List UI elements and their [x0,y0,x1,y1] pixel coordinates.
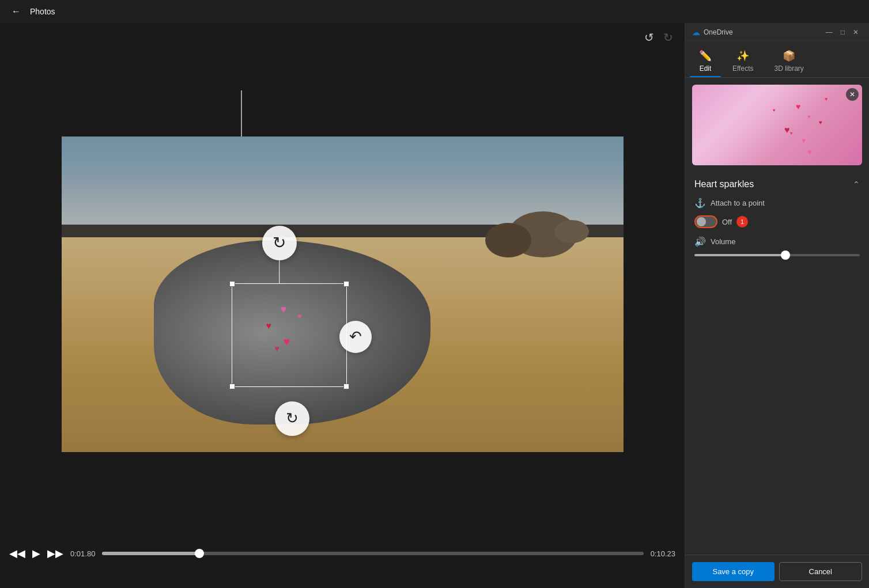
timeline-area: ◀◀ ▶ ▶▶ 0:01.80 0:10.23 [0,536,685,588]
timeline-marker [241,90,242,136]
skip-back-button[interactable]: ◀◀ [9,547,25,560]
collapse-button[interactable]: ⌃ [853,180,860,189]
badge-number: 1 [736,216,748,227]
cancel-button[interactable]: Cancel [779,562,863,581]
preview-heart-5: ♥ [802,136,806,145]
volume-row: 🔊 Volume [694,232,860,252]
video-canvas: ♥ ♥ ♥ ♥ ♥ ↻ ↶ [0,52,685,536]
app-titlebar: ← Photos [0,0,869,23]
toggle-knob [697,217,706,226]
volume-slider-container [694,252,860,263]
volume-thumb[interactable] [781,251,790,260]
current-time-display: 0:01.80 [70,549,95,558]
heart-2: ♥ [266,321,272,331]
edit-icon: ✏️ [699,50,712,62]
tab-effects[interactable]: ✨ Effects [723,46,762,77]
preview-heart-9: ♥ [825,96,828,102]
effect-name: Heart sparkles [694,179,754,189]
redo-button[interactable]: ↻ [661,28,675,47]
volume-label: Volume [711,237,735,246]
playback-controls: ◀◀ ▶ ▶▶ 0:01.80 0:10.23 [0,541,685,566]
onedrive-icon: ☁ [692,28,700,37]
heart-4: ♥ [275,344,279,353]
preview-heart-8: ♥ [807,148,811,156]
tab-effects-label: Effects [732,65,753,73]
save-copy-button[interactable]: Save a copy [692,562,774,581]
onedrive-controls: — □ ✕ [822,27,862,37]
toggle-label: Off [722,218,732,226]
video-frame: ♥ ♥ ♥ ♥ ♥ ↻ ↶ [62,136,624,452]
minimize-button[interactable]: — [822,27,836,37]
progress-thumb[interactable] [195,549,204,558]
main-area: ↺ ↻ ♥ ♥ ♥ ♥ ♥ [0,23,869,588]
editor-panel: ↺ ↻ ♥ ♥ ♥ ♥ ♥ [0,23,685,588]
end-time-display: 0:10.23 [651,549,675,558]
tab-edit[interactable]: ✏️ Edit [690,46,721,77]
3d-library-icon: 📦 [783,50,795,62]
app-title: Photos [30,7,55,16]
attach-label: Attach to a point [711,199,765,207]
close-button[interactable]: ✕ [849,27,862,37]
anchor-icon: ⚓ [694,198,706,208]
rock-3 [554,220,589,243]
toggle-row: Off 1 [694,212,860,232]
tab-3d-library[interactable]: 📦 3D library [765,46,813,77]
tab-bar: ✏️ Edit ✨ Effects 📦 3D library [685,41,869,78]
tab-3d-library-label: 3D library [774,65,803,73]
volume-slider[interactable] [694,254,860,256]
undo-button[interactable]: ↺ [642,28,656,47]
heart-3: ♥ [284,335,290,348]
skip-forward-button[interactable]: ▶▶ [47,547,63,560]
heart-1: ♥ [281,304,287,316]
progress-fill [102,552,199,555]
rotation-handle-top[interactable]: ↻ [262,226,297,260]
onedrive-header: ☁ OneDrive — □ ✕ [685,23,869,41]
preview-heart-3: ♥ [784,125,790,135]
tab-edit-label: Edit [700,65,712,73]
right-sidebar: ☁ OneDrive — □ ✕ ✏️ Edit ✨ Effects 📦 3D … [685,23,869,588]
rock-2 [485,223,531,257]
attach-row[interactable]: ⚓ Attach to a point [694,194,860,212]
preview-heart-7: ♥ [790,131,793,136]
sidebar-bottom: Save a copy Cancel [685,555,869,588]
preview-heart-4: ♥ [773,108,776,113]
editor-toolbar: ↺ ↻ [0,23,685,52]
onedrive-title: ☁ OneDrive [692,28,733,37]
toggle-switch[interactable] [694,215,717,228]
effects-icon: ✨ [736,50,749,62]
maximize-button[interactable]: □ [837,27,848,37]
progress-bar[interactable] [102,552,643,555]
preview-heart-1: ♥ [796,102,800,111]
volume-icon: 🔊 [694,236,706,247]
onedrive-label: OneDrive [704,28,733,36]
seal-body [154,240,430,424]
effect-title-row: Heart sparkles ⌃ [694,174,860,194]
play-pause-button[interactable]: ▶ [32,547,40,560]
effect-settings: Heart sparkles ⌃ ⚓ Attach to a point Off… [685,172,869,265]
rotation-handle-bottom[interactable]: ↻ [275,401,309,436]
preview-heart-6: ♥ [819,119,822,126]
effect-preview: ♥ ♥ ♥ ♥ ♥ ♥ ♥ ♥ ♥ ✕ [692,85,862,165]
heart-5: ♥ [298,312,302,320]
preview-heart-2: ♥ [807,113,811,120]
center-handle[interactable]: ↶ [339,321,372,353]
back-button[interactable]: ← [7,4,25,19]
preview-close-button[interactable]: ✕ [846,88,859,101]
